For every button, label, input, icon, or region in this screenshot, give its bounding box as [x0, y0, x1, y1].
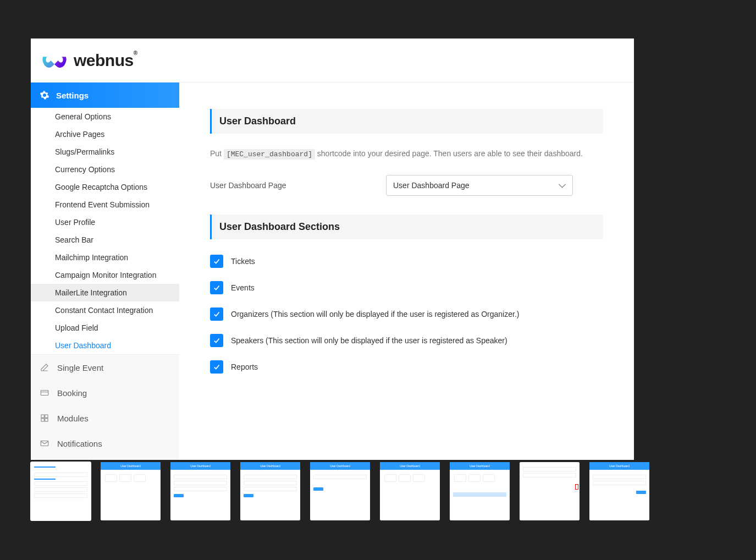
row-dashboard-page: User Dashboard Page User Dashboard Page: [210, 175, 603, 196]
svg-rect-4: [41, 419, 44, 421]
checkbox[interactable]: [210, 255, 223, 268]
checkbox-row: Reports: [210, 360, 603, 374]
checkbox[interactable]: [210, 334, 223, 347]
shortcode: [MEC_user_dashboard]: [224, 149, 315, 160]
app-window: webnus® Settings General OptionsArchive …: [31, 39, 634, 460]
checkbox-row: Tickets: [210, 255, 603, 268]
svg-rect-0: [41, 391, 48, 396]
sidebar-sub-item[interactable]: Slugs/Permalinks: [31, 143, 179, 161]
section-head-sections: User Dashboard Sections: [210, 215, 603, 239]
sidebar-main: Single Event Booking Modules Notificatio…: [31, 354, 179, 460]
webnus-logo-icon: [41, 50, 68, 71]
sidebar-item-modules[interactable]: Modules: [31, 405, 179, 431]
sidebar-sub-item[interactable]: MailerLite Integration: [31, 284, 179, 301]
row-label: User Dashboard Page: [210, 181, 386, 190]
grid-icon: [40, 413, 49, 423]
sidebar-item-label: Booking: [57, 388, 87, 398]
checkbox-label: Organizers (This section will only be di…: [231, 310, 519, 319]
checkbox-row: Organizers (This section will only be di…: [210, 308, 603, 321]
section-head-user-dashboard: User Dashboard: [210, 109, 603, 134]
checkbox-row: Events: [210, 281, 603, 294]
sidebar-item-label: Modules: [57, 414, 89, 423]
checkbox-label: Speakers (This section will only be disp…: [231, 336, 507, 345]
thumbnail[interactable]: [31, 462, 91, 520]
sidebar-head-label: Settings: [56, 91, 89, 100]
check-icon: [213, 337, 220, 344]
check-icon: [213, 257, 220, 265]
section-title: User Dashboard: [219, 116, 595, 127]
section-title: User Dashboard Sections: [219, 221, 595, 233]
checkbox-label: Tickets: [231, 257, 255, 266]
mail-icon: [40, 438, 49, 448]
sidebar-item-single-event[interactable]: Single Event: [31, 355, 179, 380]
checkbox-label: Reports: [231, 363, 258, 371]
checkbox-row: Speakers (This section will only be disp…: [210, 334, 603, 347]
select-value: User Dashboard Page: [393, 181, 470, 190]
checkbox[interactable]: [210, 281, 223, 294]
sidebar-head-settings[interactable]: Settings: [31, 83, 179, 108]
sidebar-sub-item[interactable]: Constant Contact Integration: [31, 301, 179, 319]
sidebar-sub-item[interactable]: Archive Pages: [31, 125, 179, 143]
sidebar-sub-item[interactable]: User Profile: [31, 213, 179, 231]
sidebar-sub-item[interactable]: Campaign Monitor Integration: [31, 266, 179, 284]
thumbnail[interactable]: User Dashboard: [450, 462, 510, 520]
sidebar: Settings General OptionsArchive PagesSlu…: [31, 83, 179, 460]
card-icon: [40, 388, 49, 398]
thumbnail-strip: User DashboardUser DashboardUser Dashboa…: [31, 462, 649, 520]
check-icon: [213, 310, 220, 318]
header: webnus®: [31, 39, 634, 83]
check-icon: [213, 363, 220, 371]
svg-rect-6: [41, 441, 48, 446]
content: User Dashboard Put [MEC_user_dashboard] …: [179, 83, 634, 460]
svg-rect-5: [45, 419, 48, 421]
sidebar-sub-item[interactable]: Upload Field: [31, 319, 179, 337]
select-dashboard-page[interactable]: User Dashboard Page: [386, 175, 573, 196]
sidebar-sub-item[interactable]: Currency Options: [31, 161, 179, 178]
sidebar-sub-item[interactable]: User Dashboard: [31, 337, 179, 354]
body: Settings General OptionsArchive PagesSlu…: [31, 83, 634, 460]
checkbox[interactable]: [210, 360, 223, 374]
sidebar-item-label: Notifications: [57, 439, 102, 448]
checkbox-list: TicketsEventsOrganizers (This section wi…: [210, 255, 603, 374]
check-icon: [213, 284, 220, 292]
shortcode-hint: Put [MEC_user_dashboard] shortcode into …: [210, 149, 603, 158]
sidebar-item-notifications[interactable]: Notifications: [31, 431, 179, 456]
gear-icon: [40, 90, 49, 100]
brand-name: webnus®: [74, 51, 137, 70]
sidebar-item-booking[interactable]: Booking: [31, 380, 179, 405]
sidebar-item-label: Single Event: [57, 363, 103, 372]
edit-icon: [40, 363, 49, 372]
thumbnail[interactable]: User Dashboard: [310, 462, 370, 520]
sidebar-sub-item[interactable]: Search Bar: [31, 231, 179, 249]
logo: webnus®: [41, 50, 137, 71]
sidebar-sub-item[interactable]: Google Recaptcha Options: [31, 178, 179, 196]
thumbnail[interactable]: User Dashboard: [240, 462, 300, 520]
thumbnail[interactable]: User Dashboard: [101, 462, 161, 520]
thumbnail[interactable]: User Dashboard: [170, 462, 230, 520]
checkbox[interactable]: [210, 308, 223, 321]
checkbox-label: Events: [231, 283, 255, 292]
svg-rect-3: [45, 415, 48, 418]
thumbnail[interactable]: [520, 462, 580, 520]
sidebar-sub-item[interactable]: General Options: [31, 108, 179, 125]
svg-rect-2: [41, 415, 44, 418]
thumbnail[interactable]: User Dashboard: [589, 462, 649, 520]
sidebar-sub-item[interactable]: Mailchimp Integration: [31, 249, 179, 266]
sidebar-sub-item[interactable]: Frontend Event Submission: [31, 196, 179, 213]
thumbnail[interactable]: User Dashboard: [380, 462, 440, 520]
sidebar-sub: General OptionsArchive PagesSlugs/Permal…: [31, 108, 179, 354]
